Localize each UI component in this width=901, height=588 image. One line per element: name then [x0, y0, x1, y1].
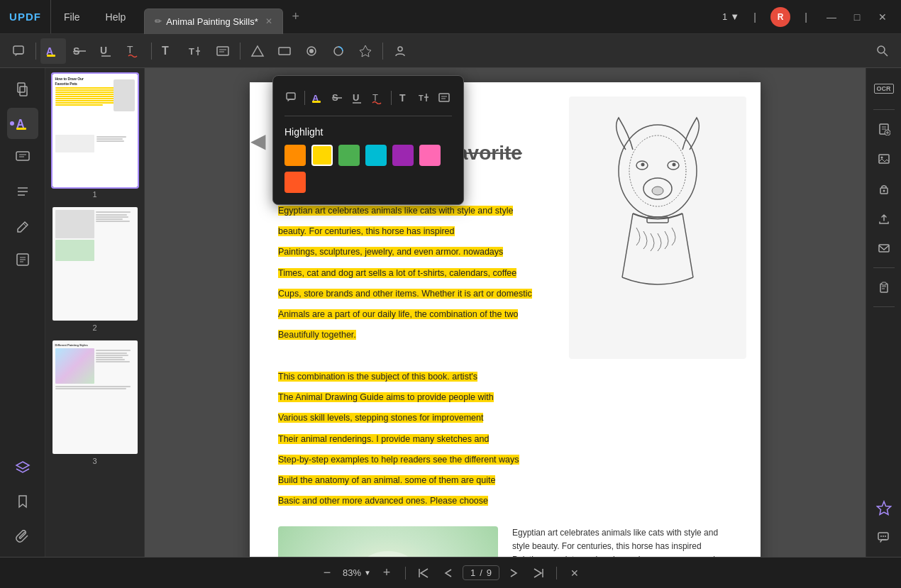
pin-button[interactable] — [353, 38, 378, 64]
topbar-menu: File Help — [51, 0, 138, 33]
popup-highlight-tool[interactable]: A — [311, 87, 325, 109]
svg-point-91 — [880, 536, 882, 537]
svg-point-54 — [619, 125, 697, 217]
wavy-underline-button[interactable]: T — [121, 38, 147, 64]
svg-line-22 — [884, 52, 888, 56]
svg-text:U: U — [100, 45, 107, 56]
menu-file[interactable]: File — [51, 0, 93, 33]
tab-area: ✏ Animal Painting Skills* ✕ + — [138, 0, 722, 33]
app-logo: UPDF — [0, 0, 51, 33]
highlighted-line-1: Egyptian art celebrates animals like cat… — [278, 206, 513, 216]
svg-rect-81 — [879, 155, 889, 163]
right-clipboard-btn[interactable] — [870, 274, 897, 301]
person-button[interactable] — [387, 38, 413, 64]
highlight-button[interactable]: A — [40, 38, 66, 64]
zoom-in-button[interactable]: + — [377, 563, 397, 583]
page-first-button[interactable] — [414, 564, 433, 582]
right-lock-btn[interactable] — [870, 175, 897, 202]
thumbnail-panel: How to Draw OurFavorite Pets — [45, 68, 145, 557]
color-swatch-orange[interactable] — [284, 145, 306, 166]
sidebar-item-comments[interactable] — [7, 142, 38, 173]
page-current: 1 — [722, 11, 727, 22]
sidebar-item-attachment[interactable] — [7, 520, 38, 551]
toolbar-separator-1 — [35, 43, 36, 60]
popup-textbox-tool[interactable] — [438, 87, 452, 109]
color-swatch-purple[interactable] — [392, 145, 414, 166]
underline-button[interactable]: U — [94, 38, 120, 64]
menu-help[interactable]: Help — [93, 0, 139, 33]
strikethrough-button[interactable]: S — [67, 38, 93, 64]
right-image-btn[interactable] — [870, 145, 897, 172]
search-button[interactable] — [870, 38, 895, 64]
left-icon-bar: A — [0, 68, 45, 557]
right-chat-btn[interactable] — [870, 524, 897, 551]
page-separator: / — [480, 567, 482, 578]
toolbar-separator-2 — [151, 43, 152, 60]
svg-rect-87 — [882, 282, 886, 285]
sidebar-item-highlight[interactable]: A — [7, 108, 38, 139]
popup-underline-tool[interactable]: U — [351, 87, 365, 109]
svg-rect-0 — [13, 46, 23, 54]
highlight-popup: ◀ A S U T T — [272, 75, 464, 205]
sidebar-item-list[interactable] — [7, 176, 38, 207]
active-indicator — [10, 121, 14, 126]
page-current-number: 1 — [470, 567, 475, 578]
sidebar-item-stamp[interactable] — [7, 244, 38, 275]
sidebar-item-bookmark[interactable] — [7, 486, 38, 517]
popup-text-tool[interactable]: T — [397, 87, 411, 109]
color-shape-button[interactable] — [326, 38, 351, 64]
page-dropdown-icon[interactable]: ▼ — [730, 11, 739, 22]
right-extract-btn[interactable] — [870, 116, 897, 143]
popup-comment-tool[interactable] — [284, 87, 299, 109]
sidebar-item-layers[interactable] — [7, 452, 38, 483]
page-next-button[interactable] — [505, 564, 524, 582]
svg-rect-12 — [217, 47, 228, 55]
close-bottom-button[interactable]: ✕ — [565, 564, 584, 582]
tab-document[interactable]: ✏ Animal Painting Skills* ✕ — [144, 9, 282, 34]
right-star-btn[interactable] — [870, 494, 897, 521]
ocr-button[interactable]: OCR — [869, 74, 899, 104]
text-button[interactable]: T — [156, 38, 182, 64]
maximize-button[interactable]: □ — [847, 7, 867, 27]
sidebar-item-edit[interactable] — [7, 210, 38, 241]
right-upload-btn[interactable] — [870, 205, 897, 232]
tab-close-button[interactable]: ✕ — [265, 16, 272, 26]
zoom-out-button[interactable]: − — [317, 563, 337, 583]
color-swatch-cyan[interactable] — [365, 145, 387, 166]
thumbnail-page-1[interactable]: How to Draw OurFavorite Pets — [51, 74, 138, 199]
pdf-area[interactable]: ◀ A S U T T — [145, 68, 866, 557]
svg-text:T: T — [399, 92, 406, 104]
minimize-button[interactable]: — — [822, 7, 841, 27]
color-fill-button[interactable] — [299, 38, 324, 64]
highlighted-line-8: This combination is the subject of this … — [278, 372, 477, 382]
user-avatar[interactable]: R — [770, 7, 790, 27]
color-swatch-pink[interactable] — [419, 145, 441, 166]
comment-button[interactable] — [6, 38, 31, 64]
right-sep-3 — [873, 306, 895, 307]
page-last-button[interactable] — [529, 564, 548, 582]
highlighted-line-4: Times, cat and dog art sells a lot of t-… — [278, 268, 516, 278]
shapes-triangle-button[interactable] — [245, 38, 270, 64]
sidebar-item-pages[interactable] — [7, 74, 38, 105]
color-swatches — [284, 145, 452, 193]
thumbnail-image-2: Animals are a part of our daily life — [52, 207, 138, 321]
textbox-button[interactable] — [210, 38, 236, 64]
thumbnail-label-1: 1 — [92, 190, 96, 199]
popup-wavy-tool[interactable]: T — [371, 87, 385, 109]
thumbnail-page-2[interactable]: Animals are a part of our daily life 2 — [51, 207, 138, 332]
color-swatch-red-orange[interactable] — [284, 172, 306, 193]
svg-rect-27 — [16, 152, 29, 160]
close-button[interactable]: ✕ — [873, 7, 892, 27]
thumbnail-page-3[interactable]: Different Painting Styles — [51, 340, 138, 465]
zoom-dropdown-icon[interactable]: ▼ — [364, 569, 371, 577]
tab-add-button[interactable]: + — [286, 7, 306, 27]
page-prev-button[interactable] — [438, 564, 457, 582]
eraser-button[interactable] — [272, 38, 297, 64]
right-email-btn[interactable] — [870, 235, 897, 262]
color-swatch-green[interactable] — [338, 145, 360, 166]
color-swatch-yellow[interactable] — [311, 145, 333, 166]
popup-tool-sep2 — [391, 91, 392, 105]
insert-text-button[interactable]: T — [183, 38, 209, 64]
popup-text2-tool[interactable]: T — [417, 87, 431, 109]
popup-strikethrough-tool[interactable]: S — [331, 87, 345, 109]
